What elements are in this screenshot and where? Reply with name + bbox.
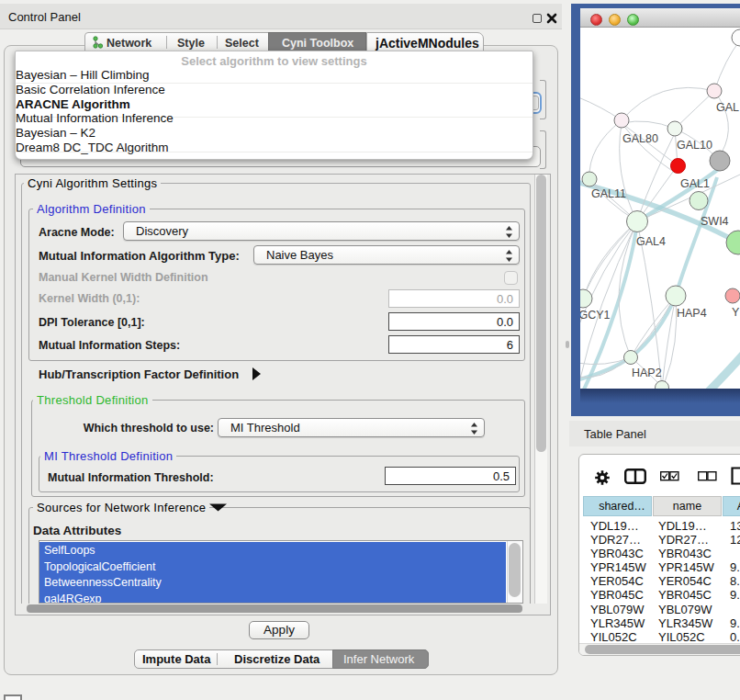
svg-text:GAL1: GAL1 [680,177,710,190]
svg-text:GCY1: GCY1 [580,309,611,322]
svg-text:HAP2: HAP2 [632,367,662,379]
svg-text:GAL: GAL [716,101,739,114]
svg-text:SWI4: SWI4 [701,215,729,228]
svg-text:GAL11: GAL11 [591,187,626,200]
svg-text:GAL10: GAL10 [677,139,712,152]
svg-text:Y: Y [732,306,740,319]
svg-text:HAP4: HAP4 [677,307,707,320]
svg-text:GAL80: GAL80 [622,132,658,145]
svg-text:GAL4: GAL4 [636,235,666,248]
